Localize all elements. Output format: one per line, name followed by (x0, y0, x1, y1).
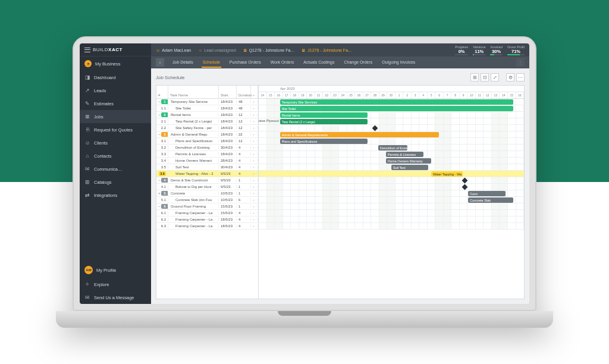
gantt-row[interactable]: Rental Items (259, 112, 524, 118)
back-button[interactable]: ‹ (156, 58, 164, 67)
add-task-icon[interactable]: + (251, 100, 258, 103)
gantt-bar[interactable]: Tarp Rental (2 x Large) (280, 119, 368, 124)
expand-button[interactable]: ⤢ (491, 73, 499, 81)
col-add-header[interactable]: + (251, 86, 258, 98)
expand-toggle[interactable]: − (158, 99, 161, 105)
gantt-row[interactable] (259, 203, 524, 210)
gantt-bar[interactable]: Water Tapping - Wa… (431, 171, 463, 177)
tab-schedule[interactable]: Schedule (202, 58, 221, 68)
breadcrumb-item[interactable]: 🗎Q1278 - Johnstone Fa… (243, 48, 295, 52)
sidebar-item-integrations[interactable]: ⇄Integrations (80, 189, 151, 202)
fit-button[interactable]: ⊞ (470, 73, 479, 81)
explore[interactable]: ✧ Explore (80, 278, 151, 291)
gantt-row[interactable]: Tarp Rental (2 x Large)Liaise Plywood (259, 118, 524, 125)
sidebar-item-communica-[interactable]: ✉Communica… (80, 162, 151, 175)
task-row[interactable]: 3.2 Demolition of Existing 30/4/23 4 + (156, 145, 258, 151)
add-task-icon[interactable]: + (251, 139, 258, 143)
gantt-row[interactable] (259, 210, 524, 216)
add-task-icon[interactable]: + (251, 218, 258, 221)
gantt-row[interactable]: Permits & Licenses (259, 151, 524, 158)
hamburger-icon[interactable] (84, 48, 90, 52)
task-row[interactable]: 1.1 Site Toilet 18/4/23 48 + (156, 105, 258, 112)
add-task-icon[interactable]: + (251, 152, 258, 156)
milestone-marker[interactable] (462, 184, 468, 190)
breadcrumb-item[interactable]: 🗎J1278 - Johnstone Fa… (302, 48, 352, 52)
add-task-icon[interactable]: + (251, 146, 258, 149)
expand-toggle[interactable]: + (158, 191, 161, 196)
send-message[interactable]: ✉ Send Us a Message (80, 291, 151, 304)
sidebar-item-catalogs[interactable]: ⊞Catalogs (80, 175, 151, 189)
task-row[interactable]: 6.3 Framing Carpenter - La 18/5/23 4 + (156, 223, 258, 230)
gantt-bar[interactable]: Admin & General Requirements (280, 132, 440, 137)
task-row[interactable]: −3 Admin & General Requ 18/4/23 22 + (156, 131, 258, 138)
expand-toggle[interactable]: − (158, 178, 161, 183)
col-start-header[interactable]: Start (219, 86, 237, 98)
add-task-icon[interactable]: + (251, 126, 258, 130)
task-row[interactable]: 6.2 Framing Carpenter - La 18/5/23 4 + (156, 216, 258, 223)
gantt-bar[interactable]: Home Owners Warranty (386, 158, 431, 164)
add-task-icon[interactable]: + (251, 120, 258, 123)
task-row[interactable]: 3.3 Permits & Licenses 18/4/23 4 + (156, 151, 258, 158)
gantt-row[interactable]: Plans and Specifications (259, 138, 524, 145)
tab-change-orders[interactable]: Change Orders (343, 58, 373, 68)
gantt-row[interactable] (259, 216, 524, 223)
task-row[interactable]: −1 Temporary Site Service 18/4/23 48 + (156, 99, 258, 105)
gantt-row[interactable]: Demolition of Existing (259, 145, 524, 151)
task-row[interactable]: 2.1 Tarp Rental (2 x Large) 18/4/23 12 + (156, 118, 258, 125)
gantt-row[interactable]: Site Toilet (259, 105, 524, 112)
sidebar-item-dashboard[interactable]: ◨Dashboard (80, 71, 151, 84)
task-row[interactable]: 3.6 Water Tapping - Allot - 2 9/5/23 4 + (156, 171, 258, 177)
sidebar-item-clients[interactable]: ☺Clients (80, 136, 151, 149)
add-task-icon[interactable]: + (251, 165, 258, 169)
task-row[interactable]: −2 Rental Items 18/4/23 12 + (156, 112, 258, 118)
gantt-row[interactable] (259, 125, 524, 131)
gantt-row[interactable]: Water Tapping - Wa… (259, 171, 524, 177)
task-row[interactable]: 3.1 Plans and Specification 18/4/23 12 + (156, 138, 258, 145)
task-row[interactable]: 6.1 Framing Carpenter - La 15/5/23 4 + (156, 210, 258, 216)
task-row[interactable]: 2.2 Site Safety Fence - per 18/4/23 12 + (156, 125, 258, 131)
gantt-row[interactable]: Admin & General Requirements (259, 131, 524, 138)
gantt-bar[interactable]: Site Toilet (280, 106, 513, 111)
add-task-icon[interactable]: + (251, 178, 258, 182)
gantt-bar[interactable]: Demolition of Existing (378, 145, 407, 150)
task-row[interactable]: 5.1 Concrete Slab (inc Foo 10/5/23 6 + (156, 197, 258, 203)
add-task-icon[interactable]: + (251, 192, 258, 195)
gantt-bar[interactable]: Rental Items (280, 112, 368, 118)
gantt-bar[interactable]: Permits & Licenses (386, 152, 423, 157)
task-row[interactable]: −4 Demo & Site Constructi 9/5/23 1 + (156, 177, 258, 184)
add-task-icon[interactable]: + (251, 224, 258, 228)
task-row[interactable]: 3.4 Home Owners Warrant 28/4/23 4 + (156, 158, 258, 164)
gantt-bar[interactable]: Temporary Site Services (280, 99, 513, 105)
gantt-row[interactable] (259, 184, 524, 190)
my-business[interactable]: ◔ My Business (80, 57, 151, 71)
col-dur-header[interactable]: Duration (237, 86, 251, 98)
col-name-header[interactable]: Task Name (168, 86, 219, 98)
gantt-timeline[interactable]: Apr 2023 1415161718192021222324252627282… (259, 86, 524, 299)
gantt-bar[interactable]: Concrete Slab (468, 197, 513, 203)
add-task-icon[interactable]: + (251, 159, 258, 162)
col-num-header[interactable]: # (156, 86, 168, 98)
milestone-marker[interactable] (462, 178, 468, 184)
breadcrumb-item[interactable]: ☺Adam MacLean (156, 48, 191, 52)
more-button[interactable]: ⋯ (516, 73, 525, 81)
add-task-icon[interactable]: + (251, 133, 258, 136)
sidebar-item-request-for-quotes[interactable]: ⎘Request for Quotes (80, 123, 151, 136)
my-profile[interactable]: AM My Profile (80, 262, 151, 278)
gantt-row[interactable] (259, 177, 524, 184)
gantt-row[interactable]: Conc (259, 190, 524, 197)
add-task-icon[interactable]: + (251, 205, 258, 208)
tab-work-orders[interactable]: Work Orders (269, 58, 296, 68)
gantt-row[interactable]: Soil Test (259, 164, 524, 171)
gantt-bar[interactable]: Conc (468, 191, 505, 196)
add-task-icon[interactable]: + (251, 113, 258, 117)
zoom-button[interactable]: ⊡ (481, 73, 489, 81)
tab-overflow-button[interactable]: ⋮ (516, 58, 525, 67)
sidebar-item-jobs[interactable]: 🗎Jobs (80, 110, 151, 123)
gantt-bar[interactable]: Plans and Specifications (280, 139, 368, 144)
add-task-icon[interactable]: + (251, 198, 258, 202)
add-task-icon[interactable]: + (251, 172, 258, 175)
task-row[interactable]: −6 Ground Floor Framing 15/5/23 1 + (156, 203, 258, 210)
breadcrumb-item[interactable]: ☺Lead unassigned (198, 48, 236, 52)
add-task-icon[interactable]: + (251, 185, 258, 189)
add-task-icon[interactable]: + (251, 211, 258, 215)
